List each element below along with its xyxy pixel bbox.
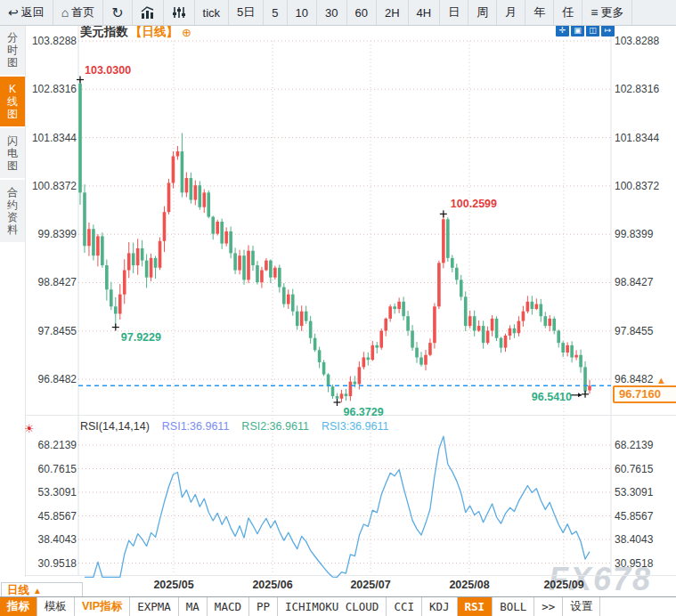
tab-settings[interactable]: 设置 xyxy=(563,597,600,616)
tab-ichimoku-cloud[interactable]: ICHIMOKU CLOUD xyxy=(278,597,387,616)
sidebar-item-time-chart[interactable]: 分时图 xyxy=(0,25,25,77)
interval-tick-button[interactable]: tick xyxy=(195,0,230,25)
arrow-head-icon xyxy=(578,393,582,397)
candle-body xyxy=(141,248,144,261)
tab-expma[interactable]: EXPMA xyxy=(130,597,179,616)
candle-body xyxy=(314,338,317,351)
interval-5d-button[interactable]: 5日 xyxy=(229,0,264,25)
indicator-settings-icon[interactable]: ☀ xyxy=(24,422,35,435)
rsi-axis-label-left: 60.7615 xyxy=(38,463,77,475)
interval-5-button[interactable]: 5 xyxy=(264,0,287,25)
chart-tool-buttons: ✛▣◫↦ xyxy=(556,24,616,36)
sidebar-item-kline-chart[interactable]: K线图 xyxy=(0,77,25,128)
pan-right-icon[interactable]: ↦ xyxy=(601,24,615,36)
back-button[interactable]: ↩返回 xyxy=(0,0,53,25)
price-axis-label-left: 102.8316 xyxy=(32,83,77,95)
candle-body xyxy=(181,151,184,192)
candle-body xyxy=(561,343,565,353)
candle-body xyxy=(176,151,180,156)
volume-sliders-button[interactable] xyxy=(164,0,195,25)
candle-body xyxy=(224,231,228,244)
sidebar-item-contract-info-label: 合约资料 xyxy=(6,186,19,236)
candle-body xyxy=(354,382,357,385)
interval-5-button-label: 5 xyxy=(272,6,278,20)
refresh-button[interactable]: ↻ xyxy=(103,0,132,25)
candle-body xyxy=(233,253,237,270)
interval-day-button[interactable]: 日 xyxy=(440,0,468,25)
crosshair-icon[interactable]: ✛ xyxy=(556,24,569,36)
sidebar-item-lightning-chart-label: 闪电图 xyxy=(6,134,19,172)
rsi-axis-label-right: 38.4043 xyxy=(615,533,654,546)
candle-body xyxy=(92,229,95,255)
x-axis-label-202505: 2025/05 xyxy=(153,579,193,591)
sidebar-item-lightning-chart[interactable]: 闪电图 xyxy=(0,128,25,180)
price-axis-label-left: 99.8399 xyxy=(38,228,77,240)
interval-custom-button[interactable]: 任 xyxy=(554,0,582,25)
home-button[interactable]: ⌂首页 xyxy=(53,0,103,25)
candle-body xyxy=(340,393,344,398)
price-up-arrow-icon[interactable]: ▲ xyxy=(656,375,666,385)
interval-4h-button-label: 4H xyxy=(417,6,432,20)
chart-period-tag: 【日线】 xyxy=(130,24,178,40)
rsi-axis-label-left: 30.9518 xyxy=(38,557,77,570)
interval-week-button[interactable]: 周 xyxy=(468,0,497,25)
candle-body xyxy=(296,312,299,326)
interval-custom-button-label: 任 xyxy=(562,4,574,20)
candle-body xyxy=(411,331,414,348)
rsi-axis-label-left: 38.4043 xyxy=(38,533,77,546)
tab-rsi[interactable]: RSI xyxy=(458,597,493,616)
candle-body xyxy=(566,345,569,353)
candle-body xyxy=(588,385,591,390)
price-axis-label-left: 96.8482 xyxy=(38,373,77,385)
tab-vip-indicator[interactable]: VIP指标 xyxy=(75,597,130,616)
chart-title: 美元指数 xyxy=(80,24,128,40)
interval-year-button[interactable]: 年 xyxy=(525,0,554,25)
sidebar-item-contract-info[interactable]: 合约资料 xyxy=(0,180,25,244)
more-button[interactable]: ≡更多 xyxy=(582,0,632,25)
bar-chart-button[interactable] xyxy=(133,0,164,25)
scale-icon[interactable]: ◫ xyxy=(586,24,599,36)
interval-30-button-label: 30 xyxy=(325,6,338,20)
add-overlay-icon[interactable]: ⊕ xyxy=(182,26,191,39)
candle-body xyxy=(526,302,530,312)
candle-body xyxy=(273,268,277,278)
interval-2h-button-label: 2H xyxy=(385,6,400,20)
interval-30-button[interactable]: 30 xyxy=(317,0,346,25)
tab-boll[interactable]: BOLL xyxy=(493,597,534,616)
candle-body xyxy=(198,185,201,207)
fullscreen-icon[interactable]: ▣ xyxy=(571,24,584,36)
interval-10-button[interactable]: 10 xyxy=(288,0,317,25)
refresh-icon: ↻ xyxy=(111,4,123,21)
candle-body xyxy=(287,295,290,304)
tab-macd[interactable]: MACD xyxy=(208,597,249,616)
rsi-axis-label-right: 45.8567 xyxy=(615,510,654,523)
price-axis-label-right: 100.8372 xyxy=(615,180,659,192)
candle-body xyxy=(495,319,499,338)
interval-60-button[interactable]: 60 xyxy=(347,0,377,25)
candle-body xyxy=(127,253,131,270)
interval-5d-button-label: 5日 xyxy=(237,4,255,20)
annotation-low-97-9229: 97.9229 xyxy=(121,331,161,344)
interval-2h-button[interactable]: 2H xyxy=(377,0,409,25)
main-chart-canvas[interactable]: 103.8288103.8288102.8316102.8316101.8344… xyxy=(0,0,676,616)
candle-body xyxy=(367,357,371,360)
tab-kdj[interactable]: KDJ xyxy=(422,597,458,616)
x-axis-label-202506: 2025/06 xyxy=(252,579,292,591)
tab-more-indicators[interactable]: >> xyxy=(534,597,563,616)
tab-ma[interactable]: MA xyxy=(179,597,208,616)
candle-body xyxy=(415,348,419,358)
tab-indicator[interactable]: 指标 xyxy=(0,597,37,616)
interval-4h-button[interactable]: 4H xyxy=(409,0,441,25)
candle-body xyxy=(110,289,113,306)
tab-pp[interactable]: PP xyxy=(249,597,278,616)
price-axis-label-right: 96.8482 xyxy=(615,373,654,385)
candle-body xyxy=(574,355,578,358)
interval-month-button[interactable]: 月 xyxy=(497,0,525,25)
tab-template[interactable]: 模板 xyxy=(37,597,75,616)
price-axis-label-left: 97.8455 xyxy=(38,325,77,337)
tab-cci[interactable]: CCI xyxy=(387,597,422,616)
price-axis-label-right: 101.8344 xyxy=(615,132,659,144)
candle-body xyxy=(433,306,436,343)
candle-body xyxy=(509,328,512,336)
candle-body xyxy=(154,258,158,268)
